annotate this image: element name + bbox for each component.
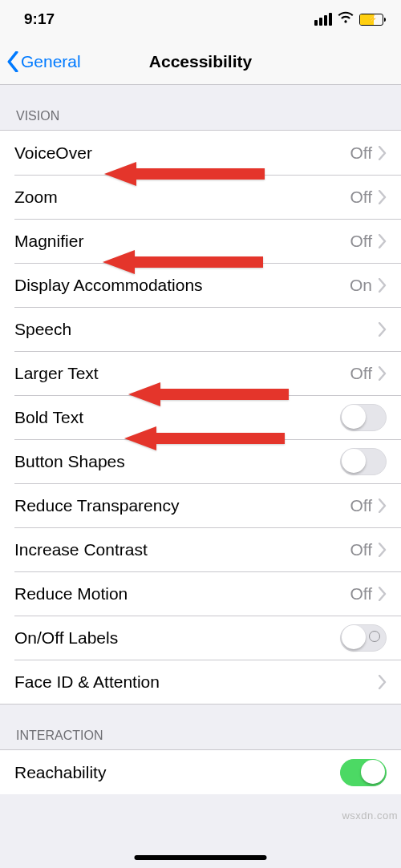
row-label: Larger Text	[14, 364, 350, 383]
row-value: Off	[350, 540, 372, 559]
status-bar: 9:17 ⚡	[0, 0, 401, 38]
row-label: Magnifier	[14, 232, 350, 251]
chevron-left-icon	[6, 51, 19, 72]
row-face-id-attention[interactable]: Face ID & Attention	[0, 660, 401, 704]
charging-bolt-icon: ⚡	[367, 15, 377, 23]
row-label: Zoom	[14, 188, 350, 207]
row-label: Bold Text	[14, 408, 340, 427]
row-magnifier[interactable]: Magnifier Off	[0, 219, 401, 263]
row-value: Off	[350, 143, 372, 163]
row-label: Button Shapes	[14, 452, 340, 471]
row-zoom[interactable]: Zoom Off	[0, 175, 401, 219]
row-on-off-labels[interactable]: On/Off Labels	[0, 616, 401, 660]
row-label: On/Off Labels	[14, 628, 340, 648]
watermark: wsxdn.com	[342, 809, 398, 822]
row-reduce-transparency[interactable]: Reduce Transparency Off	[0, 483, 401, 527]
wifi-icon	[337, 10, 354, 28]
row-increase-contrast[interactable]: Increase Contrast Off	[0, 527, 401, 571]
row-label: Display Accommodations	[14, 276, 350, 295]
chevron-right-icon	[379, 366, 387, 381]
chevron-right-icon	[379, 234, 387, 248]
row-label: Increase Contrast	[14, 540, 350, 559]
back-button[interactable]: General	[6, 51, 81, 72]
on-off-labels-switch[interactable]	[340, 624, 387, 652]
row-label: Face ID & Attention	[14, 672, 379, 692]
row-value: Off	[350, 232, 372, 251]
row-larger-text[interactable]: Larger Text Off	[0, 351, 401, 395]
row-voiceover[interactable]: VoiceOver Off	[0, 131, 401, 175]
chevron-right-icon	[379, 146, 387, 160]
battery-icon: ⚡	[359, 14, 383, 26]
row-bold-text[interactable]: Bold Text	[0, 395, 401, 439]
button-shapes-switch[interactable]	[340, 448, 387, 475]
chevron-right-icon	[379, 543, 387, 557]
row-label: Speech	[14, 320, 379, 339]
row-speech[interactable]: Speech	[0, 307, 401, 351]
section-header-interaction: INTERACTION	[0, 704, 401, 749]
chevron-right-icon	[379, 587, 387, 601]
reachability-switch[interactable]	[340, 759, 387, 786]
row-reduce-motion[interactable]: Reduce Motion Off	[0, 571, 401, 616]
home-indicator[interactable]	[135, 855, 267, 860]
bold-text-switch[interactable]	[340, 404, 387, 431]
chevron-right-icon	[379, 322, 387, 337]
section-header-vision: VISION	[0, 85, 401, 130]
navigation-bar: General Accessibility	[0, 38, 401, 85]
row-label: Reduce Transparency	[14, 496, 350, 515]
cellular-signal-icon	[314, 13, 332, 26]
row-value: Off	[350, 496, 372, 515]
chevron-right-icon	[379, 278, 387, 293]
row-label: VoiceOver	[14, 143, 350, 163]
row-value: Off	[350, 364, 372, 383]
vision-list: VoiceOver Off Zoom Off Magnifier Off Dis…	[0, 130, 401, 704]
row-label: Reachability	[14, 763, 340, 782]
row-display-accommodations[interactable]: Display Accommodations On	[0, 263, 401, 307]
row-value: Off	[350, 188, 372, 207]
back-label: General	[21, 52, 81, 71]
chevron-right-icon	[379, 675, 387, 689]
row-value: Off	[350, 584, 372, 604]
row-label: Reduce Motion	[14, 584, 350, 604]
row-button-shapes[interactable]: Button Shapes	[0, 439, 401, 483]
interaction-list: Reachability	[0, 749, 401, 794]
row-value: On	[350, 276, 372, 295]
status-right: ⚡	[314, 10, 383, 28]
row-reachability[interactable]: Reachability	[0, 750, 401, 794]
status-time: 9:17	[24, 10, 55, 28]
chevron-right-icon	[379, 499, 387, 513]
chevron-right-icon	[379, 190, 387, 204]
